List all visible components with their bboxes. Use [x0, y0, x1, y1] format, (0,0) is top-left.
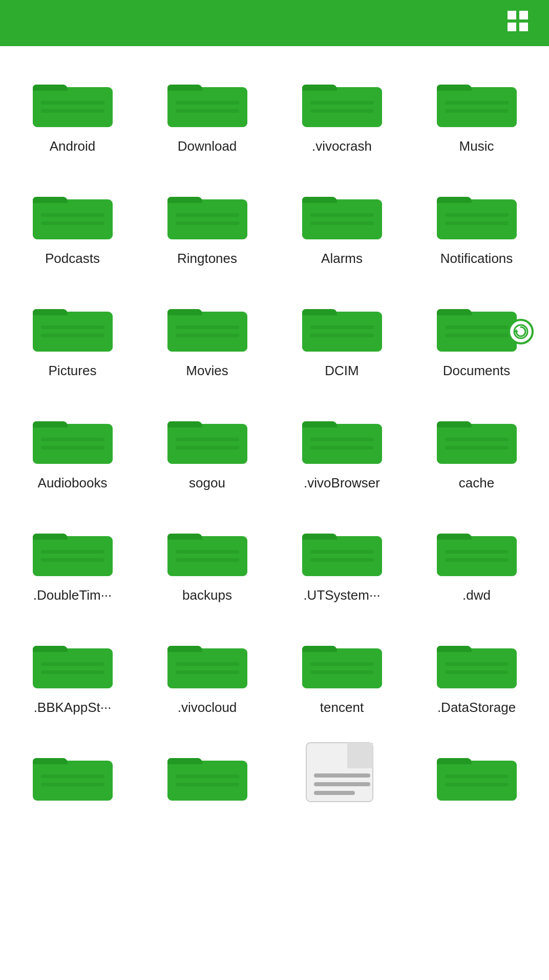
folder-item[interactable]: Documents	[409, 281, 544, 393]
folder-item[interactable]: .DataStorage	[409, 618, 544, 730]
folder-item[interactable]: DCIM	[274, 281, 409, 393]
folder-icon	[166, 179, 248, 246]
folder-item[interactable]: Download	[140, 56, 274, 169]
folder-label: .UTSystem···	[303, 587, 380, 603]
folder-label: Audiobooks	[38, 475, 108, 491]
svg-rect-101	[445, 670, 509, 674]
svg-rect-85	[445, 558, 509, 562]
svg-rect-84	[445, 550, 509, 554]
svg-rect-38	[41, 325, 104, 329]
folder-item[interactable]	[5, 730, 140, 826]
svg-rect-87	[33, 652, 113, 688]
folder-item[interactable]: Podcasts	[5, 169, 140, 281]
svg-rect-17	[437, 91, 517, 127]
svg-rect-105	[41, 783, 104, 786]
svg-rect-39	[41, 334, 104, 337]
folder-item[interactable]: Alarms	[274, 169, 409, 281]
svg-rect-14	[310, 101, 374, 105]
folder-item[interactable]: Audiobooks	[5, 393, 140, 505]
svg-rect-23	[41, 221, 104, 225]
folder-label: .dwd	[462, 587, 491, 603]
folder-item[interactable]: sogou	[140, 393, 274, 505]
svg-rect-51	[437, 315, 517, 352]
folder-icon	[301, 179, 383, 246]
svg-rect-109	[176, 783, 239, 786]
svg-rect-56	[41, 438, 104, 441]
folder-item[interactable]: .UTSystem···	[274, 505, 409, 618]
folder-icon	[436, 403, 518, 470]
folder-label: Alarms	[321, 251, 363, 267]
svg-rect-1	[519, 11, 528, 19]
svg-rect-9	[167, 91, 247, 127]
folder-item[interactable]: .vivocrash	[274, 56, 409, 169]
folder-item[interactable]: Movies	[140, 281, 274, 393]
svg-rect-117	[445, 774, 509, 778]
folder-item[interactable]: Music	[409, 56, 544, 169]
folder-label: .DoubleTim···	[33, 587, 112, 603]
folder-label: Ringtones	[177, 251, 237, 267]
folder-item[interactable]: Android	[5, 56, 140, 169]
svg-rect-103	[33, 764, 113, 801]
folder-item[interactable]: Notifications	[409, 169, 544, 281]
refresh-badge	[508, 319, 534, 344]
svg-rect-91	[167, 652, 247, 688]
svg-rect-53	[445, 334, 509, 337]
svg-rect-43	[176, 334, 239, 337]
svg-rect-2	[508, 23, 516, 31]
svg-rect-111	[347, 743, 373, 768]
folder-item[interactable]: .BBKAppSt···	[5, 618, 140, 730]
svg-rect-46	[310, 325, 374, 329]
svg-rect-21	[33, 203, 113, 239]
grid-view-icon[interactable]	[507, 10, 529, 36]
svg-rect-89	[41, 670, 104, 674]
folder-icon	[301, 291, 383, 358]
folder-item[interactable]: Ringtones	[140, 169, 274, 281]
folder-label: Documents	[443, 363, 511, 379]
folder-label: Movies	[186, 363, 228, 379]
folder-item[interactable]: .DoubleTim···	[5, 505, 140, 618]
folder-icon	[166, 403, 248, 470]
folder-label: backups	[182, 587, 232, 603]
folder-item[interactable]: .dwd	[409, 505, 544, 618]
folder-icon	[32, 179, 114, 246]
svg-rect-69	[445, 446, 509, 450]
folder-icon	[166, 516, 248, 582]
folder-label: Download	[178, 138, 237, 154]
svg-rect-76	[176, 550, 239, 554]
svg-rect-65	[310, 446, 374, 450]
folder-item[interactable]	[140, 730, 274, 826]
folder-label: Notifications	[440, 251, 513, 267]
svg-rect-22	[41, 213, 104, 217]
svg-rect-45	[302, 315, 382, 352]
svg-rect-93	[176, 670, 239, 674]
folder-icon	[32, 67, 114, 133]
folder-icon	[436, 179, 518, 246]
svg-rect-71	[33, 540, 113, 576]
folder-item[interactable]	[274, 730, 409, 826]
folder-item[interactable]: cache	[409, 393, 544, 505]
svg-rect-99	[437, 652, 517, 688]
svg-rect-83	[437, 540, 517, 576]
svg-rect-5	[33, 91, 113, 127]
svg-rect-95	[302, 652, 382, 688]
folder-item[interactable]: .vivoBrowser	[274, 393, 409, 505]
folder-label: .vivocrash	[312, 138, 372, 154]
folder-item[interactable]: backups	[140, 505, 274, 618]
svg-rect-96	[310, 662, 374, 666]
svg-rect-41	[167, 315, 247, 352]
svg-rect-47	[310, 334, 374, 337]
folder-item[interactable]	[409, 730, 544, 826]
svg-rect-75	[167, 540, 247, 576]
svg-rect-11	[176, 109, 239, 113]
svg-rect-100	[445, 662, 509, 666]
folder-item[interactable]: tencent	[274, 618, 409, 730]
svg-rect-107	[167, 764, 247, 801]
folder-icon	[301, 403, 383, 470]
folder-item[interactable]: Pictures	[5, 281, 140, 393]
svg-rect-15	[310, 109, 374, 113]
folder-icon	[436, 67, 518, 133]
file-grid: Android Download .vivocrash	[0, 46, 549, 836]
folder-icon	[436, 291, 518, 358]
svg-rect-31	[310, 221, 374, 225]
folder-item[interactable]: .vivocloud	[140, 618, 274, 730]
